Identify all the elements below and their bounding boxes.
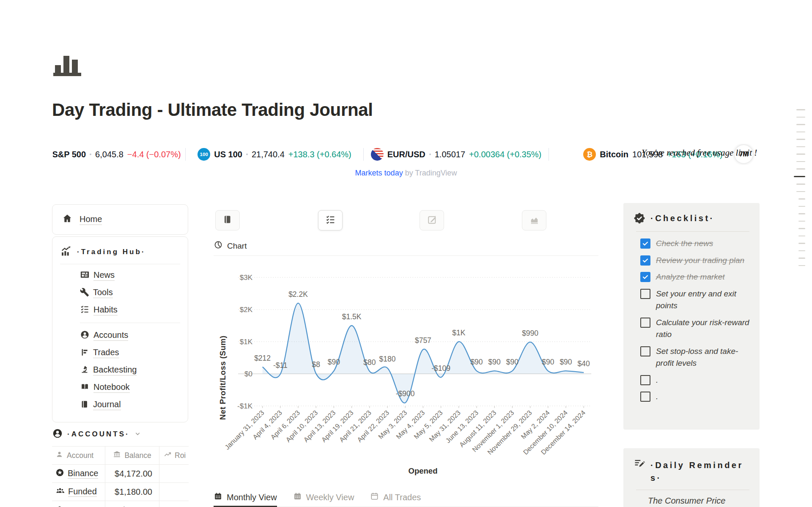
account-link[interactable]: Funded bbox=[68, 487, 97, 497]
outline-dash[interactable] bbox=[796, 109, 805, 110]
chevron-down-icon[interactable] bbox=[134, 430, 141, 439]
sidebar-item-tools[interactable]: Tools bbox=[80, 284, 180, 301]
svg-text:$1K: $1K bbox=[452, 329, 465, 337]
sidebar-item-backtesting[interactable]: Backtesting bbox=[80, 362, 180, 379]
svg-text:April 10, 2023: April 10, 2023 bbox=[284, 409, 319, 444]
checklist-item: . bbox=[640, 391, 749, 403]
checklist-item: Check the news bbox=[640, 238, 749, 250]
outline-dash[interactable] bbox=[798, 236, 805, 237]
sidebar-item-accounts[interactable]: Accounts bbox=[80, 327, 180, 344]
section-title: Chart bbox=[227, 241, 247, 251]
checkbox-unchecked[interactable] bbox=[640, 346, 650, 356]
microscope-icon bbox=[80, 365, 89, 376]
sidebar-item-news[interactable]: News bbox=[80, 267, 180, 284]
outline-dash[interactable] bbox=[798, 221, 805, 222]
page-bar-chart-icon[interactable] bbox=[53, 54, 84, 79]
checklist-icon bbox=[325, 214, 336, 227]
checklist-title: ·Checklist· bbox=[650, 214, 715, 223]
outline-dash[interactable] bbox=[798, 243, 805, 244]
outline-dash[interactable] bbox=[796, 168, 805, 170]
checkbox-unchecked[interactable] bbox=[640, 289, 650, 299]
outline-dash[interactable] bbox=[794, 176, 805, 178]
tab-weekly-view[interactable]: Weekly View bbox=[293, 492, 354, 507]
chart-section-header[interactable]: Chart bbox=[214, 240, 247, 252]
compose-view-button[interactable] bbox=[420, 210, 444, 230]
outline-dash[interactable] bbox=[798, 265, 805, 266]
checklist-item: Set your entry and exit points bbox=[640, 288, 749, 312]
outline-dash[interactable] bbox=[796, 139, 805, 140]
checkbox-checked[interactable] bbox=[640, 238, 650, 249]
svg-text:$757: $757 bbox=[415, 336, 431, 345]
sidebar-item-trades[interactable]: Trades bbox=[80, 344, 180, 362]
sidebar-item-journal[interactable]: Journal bbox=[80, 396, 180, 414]
trend-icon bbox=[164, 450, 172, 460]
sidebar-item-notebook[interactable]: Notebook bbox=[80, 379, 180, 396]
journal-view-button[interactable] bbox=[215, 210, 240, 230]
attribution-rest: by TradingView bbox=[403, 169, 457, 177]
home-link[interactable]: Home bbox=[80, 214, 102, 225]
outline-dash[interactable] bbox=[798, 213, 805, 214]
outline-dash[interactable] bbox=[796, 191, 805, 192]
outline-dash[interactable] bbox=[798, 258, 805, 259]
checkbox-unchecked[interactable] bbox=[640, 318, 650, 328]
checklist-view-button[interactable] bbox=[318, 210, 343, 230]
outline-dash[interactable] bbox=[798, 250, 805, 252]
outline-dash[interactable] bbox=[796, 184, 805, 185]
ticker-symbol: EUR/USD bbox=[387, 150, 425, 159]
balance-cell: $886.00 bbox=[105, 501, 159, 507]
tab-all-trades[interactable]: All Trades bbox=[370, 492, 421, 507]
svg-text:$90: $90 bbox=[560, 358, 572, 366]
checkbox-checked[interactable] bbox=[640, 255, 650, 266]
journal-icon bbox=[222, 214, 233, 226]
people-group-icon bbox=[55, 486, 65, 498]
svg-text:-$11: -$11 bbox=[273, 361, 288, 370]
page-outline-indicator[interactable] bbox=[792, 109, 805, 272]
checklist-item: Calculate your risk-reward ratio bbox=[640, 317, 749, 341]
svg-text:$2K: $2K bbox=[240, 306, 253, 314]
table-row: Funded $1,180.00 bbox=[52, 483, 189, 501]
outline-dash[interactable] bbox=[798, 228, 805, 229]
wrench-icon bbox=[80, 288, 89, 299]
bank-icon bbox=[113, 450, 121, 460]
roi-cell bbox=[159, 501, 189, 507]
notes-pencil-icon bbox=[634, 458, 645, 471]
checklist-item: Set stop-loss and take-profit levels bbox=[640, 345, 749, 370]
chart-view-button[interactable] bbox=[522, 210, 546, 230]
tab-monthly-view[interactable]: Monthly View bbox=[214, 492, 277, 507]
outline-dash[interactable] bbox=[796, 153, 805, 155]
trades-icon bbox=[80, 348, 89, 359]
accounts-section-header[interactable]: ·ACCOUNTS· bbox=[52, 428, 141, 441]
checklist-icon bbox=[80, 304, 90, 316]
outline-dash[interactable] bbox=[798, 206, 805, 207]
svg-text:$40: $40 bbox=[578, 359, 590, 368]
ticker-symbol: S&P 500 bbox=[53, 150, 86, 159]
outline-dash[interactable] bbox=[796, 146, 805, 148]
checkbox-unchecked[interactable] bbox=[640, 392, 650, 402]
checklist-panel: ·Checklist· Check the news Review your t… bbox=[623, 203, 760, 430]
person-circle-icon bbox=[80, 330, 90, 341]
person-icon bbox=[55, 505, 64, 507]
ticker-us100[interactable]: 100 US 100 21,740.4 +138.3 (+0.64%) bbox=[186, 148, 363, 161]
outline-dash[interactable] bbox=[796, 132, 805, 133]
outline-dash[interactable] bbox=[798, 198, 805, 200]
view-tabs: Monthly View Weekly View All Trades bbox=[214, 490, 598, 507]
sidebar-item-habits[interactable]: Habits bbox=[80, 301, 180, 319]
account-link[interactable]: Binance bbox=[68, 469, 98, 479]
outline-dash[interactable] bbox=[796, 161, 805, 162]
svg-text:$90: $90 bbox=[470, 358, 483, 366]
markets-today-link[interactable]: Markets today bbox=[355, 169, 403, 177]
calendar-icon bbox=[214, 492, 222, 503]
verified-badge-icon bbox=[634, 212, 645, 226]
home-icon bbox=[62, 213, 73, 226]
checkbox-checked[interactable] bbox=[640, 272, 650, 282]
svg-text:$90: $90 bbox=[328, 358, 340, 366]
outline-dash[interactable] bbox=[796, 124, 805, 125]
trading-hub-title: ·Trading Hub· bbox=[77, 248, 145, 256]
checkbox-unchecked[interactable] bbox=[640, 375, 650, 385]
table-row: Binance $4,172.00 bbox=[52, 465, 189, 483]
ticker-symbol: Bitcoin bbox=[600, 150, 628, 159]
outline-dash[interactable] bbox=[796, 117, 805, 118]
ticker-change: +138.3 (+0.64%) bbox=[288, 150, 351, 159]
ticker-sp500[interactable]: S&P 500 6,045.8 −4.4 (−0.07%) bbox=[53, 150, 185, 159]
ticker-eurusd[interactable]: EUR/USD 1.05017 +0.00364 (+0.35%) bbox=[364, 148, 549, 161]
